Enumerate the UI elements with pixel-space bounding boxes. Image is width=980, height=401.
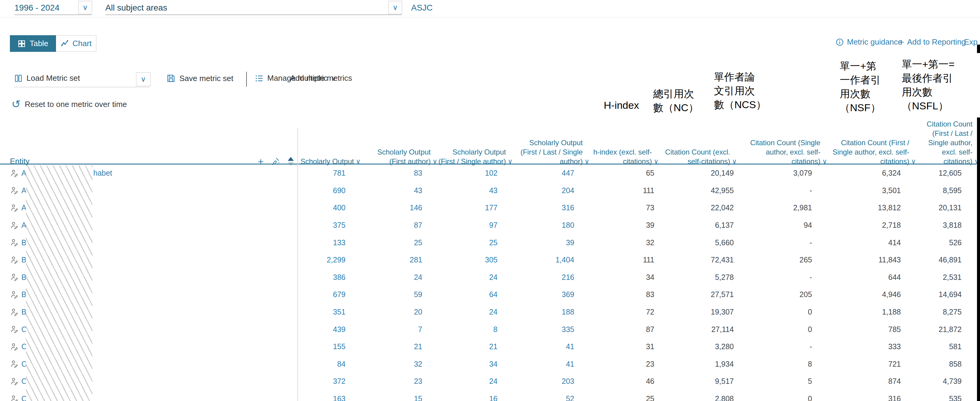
metric-value[interactable]: 15 (361, 390, 438, 401)
metric-value: 2,981 (737, 199, 828, 217)
add-metric-button[interactable]: Add metric ∨ (290, 73, 337, 83)
metric-value[interactable]: 43 (361, 182, 438, 200)
metric-value[interactable]: 369 (513, 286, 590, 304)
metric-value[interactable]: 400 (298, 199, 361, 217)
metric-value: 316 (828, 390, 916, 401)
export-link[interactable]: Exp (964, 37, 978, 47)
metric-value[interactable]: 34 (438, 356, 513, 373)
metric-value[interactable]: 155 (298, 338, 361, 356)
save-metric-set-button[interactable]: Save metric set (166, 73, 233, 83)
metric-value[interactable]: 41 (513, 356, 590, 373)
sort-ascending-icon[interactable] (288, 157, 294, 161)
load-metric-set-label: Load Metric set (27, 73, 80, 83)
metric-value[interactable]: 188 (513, 304, 590, 321)
metric-value: 644 (828, 269, 916, 286)
reset-one-metric-button[interactable]: ↺ Reset to one metric over time (11, 99, 127, 110)
metric-value[interactable]: 281 (361, 251, 438, 269)
column-header-3[interactable]: Scholarly Output (First / Single author)… (438, 119, 513, 169)
date-range-value[interactable]: 1996 - 2024 (14, 3, 59, 13)
column-header-8[interactable]: Citation Count (First / Single author, e… (828, 119, 916, 169)
metric-value[interactable]: 43 (438, 182, 513, 200)
metric-value[interactable]: 59 (361, 286, 438, 304)
column-header-7[interactable]: Citation Count (Single author, excl. sel… (737, 119, 828, 169)
metric-value: 874 (828, 373, 916, 390)
metric-value[interactable]: 25 (438, 234, 513, 251)
metric-value[interactable]: 97 (438, 217, 513, 234)
metric-value: 11,843 (828, 251, 916, 269)
annotation-nsf: 單一+第 一作者引 用次數 （NSF） (840, 59, 881, 115)
metric-guidance-link[interactable]: Metric guidance (835, 37, 902, 47)
metric-value: 0 (737, 390, 828, 401)
metric-value[interactable]: 21 (361, 338, 438, 356)
column-header-1[interactable]: Scholarly Output∨ (298, 119, 361, 169)
date-range-chevron-down-icon[interactable]: ∨ (78, 1, 92, 14)
metric-value[interactable]: 39 (513, 234, 590, 251)
metric-value[interactable]: 64 (438, 286, 513, 304)
column-header-4[interactable]: Scholarly Output (First / Last / Single … (513, 119, 590, 169)
metric-value: 1,188 (828, 304, 916, 321)
table-view-label: Table (30, 39, 48, 48)
metric-value: 111 (590, 182, 659, 200)
metric-value[interactable]: 1,404 (513, 251, 590, 269)
info-icon (835, 38, 844, 46)
metric-value[interactable]: 102 (438, 165, 513, 182)
metric-value[interactable]: 20 (361, 304, 438, 321)
metric-value: 526 (916, 234, 980, 251)
metric-value[interactable]: 316 (513, 199, 590, 217)
metric-value[interactable]: 23 (361, 373, 438, 390)
metric-value[interactable]: 216 (513, 269, 590, 286)
column-header-2[interactable]: Scholarly Output (First author)∨ (361, 119, 438, 169)
metric-value[interactable]: 87 (361, 217, 438, 234)
metric-value[interactable]: 32 (361, 356, 438, 373)
metric-value[interactable]: 25 (361, 234, 438, 251)
metric-value[interactable]: 83 (361, 165, 438, 182)
metric-value[interactable]: 177 (438, 199, 513, 217)
load-metric-set-chevron-down-icon[interactable]: ∨ (136, 72, 151, 86)
metric-value[interactable]: 690 (298, 182, 361, 200)
metric-value[interactable]: 52 (513, 390, 590, 401)
scrollbar[interactable] (977, 118, 980, 401)
metric-value[interactable]: 372 (298, 373, 361, 390)
metric-value[interactable]: 335 (513, 321, 590, 338)
metric-value[interactable]: 16 (438, 390, 513, 401)
subject-area-value[interactable]: All subject areas (105, 3, 167, 13)
subject-scheme-label: ASJC (411, 3, 433, 13)
table-row: At4001461773167322,0422,98113,81220,131 (0, 199, 980, 217)
metric-value[interactable]: 24 (361, 269, 438, 286)
metric-value[interactable]: 7 (361, 321, 438, 338)
metric-value[interactable]: 781 (298, 165, 361, 182)
metric-value[interactable]: 204 (513, 182, 590, 200)
metric-value[interactable]: 447 (513, 165, 590, 182)
metric-value[interactable]: 84 (298, 356, 361, 373)
column-header-5[interactable]: h-index (excl. self-citations)∨ (590, 119, 659, 169)
metric-value[interactable]: 351 (298, 304, 361, 321)
scrollbar-fragment[interactable] (977, 45, 980, 53)
metric-value[interactable]: 180 (513, 217, 590, 234)
metric-value[interactable]: 24 (438, 269, 513, 286)
add-to-reporting-link[interactable]: + Add to Reporting (899, 37, 966, 47)
load-metric-set-control[interactable]: Load Metric set (14, 73, 80, 83)
metric-value[interactable]: 21 (438, 338, 513, 356)
metric-value[interactable]: 8 (438, 321, 513, 338)
subject-area-chevron-down-icon[interactable]: ∨ (388, 1, 402, 14)
metric-value[interactable]: 24 (438, 373, 513, 390)
metric-value[interactable]: 133 (298, 234, 361, 251)
metric-value[interactable]: 679 (298, 286, 361, 304)
metric-value[interactable]: 163 (298, 390, 361, 401)
entity-name-suffix[interactable]: habet (93, 169, 112, 177)
column-header-6[interactable]: Citation Count (excl. self-citations)∨ (659, 119, 737, 169)
list-icon (255, 74, 264, 83)
metric-value[interactable]: 24 (438, 304, 513, 321)
metric-value[interactable]: 375 (298, 217, 361, 234)
metric-value[interactable]: 203 (513, 373, 590, 390)
table-view-button[interactable]: Table (10, 35, 56, 52)
chart-view-button[interactable]: Chart (56, 35, 96, 52)
metric-value[interactable]: 386 (298, 269, 361, 286)
metric-value[interactable]: 305 (438, 251, 513, 269)
author-icon (10, 325, 19, 334)
metric-value[interactable]: 439 (298, 321, 361, 338)
column-header-9[interactable]: Citation Count (First / Last / Single au… (916, 119, 980, 169)
metric-value[interactable]: 146 (361, 199, 438, 217)
metric-value[interactable]: 2,299 (298, 251, 361, 269)
metric-value[interactable]: 41 (513, 338, 590, 356)
